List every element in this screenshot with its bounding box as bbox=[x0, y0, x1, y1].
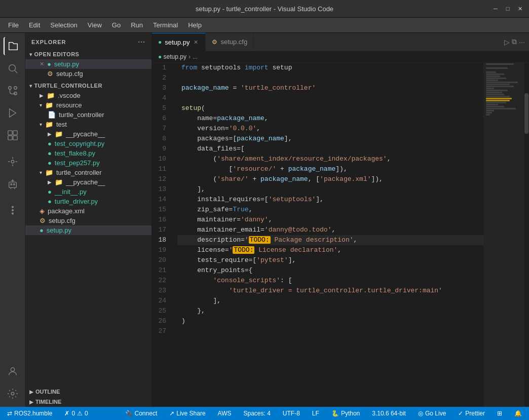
menu-file[interactable]: File bbox=[4, 19, 23, 31]
go-live-status[interactable]: ◎ Go Live bbox=[416, 410, 448, 417]
init-py-file[interactable]: ● __init__.py bbox=[25, 187, 152, 197]
svg-point-21 bbox=[11, 392, 14, 395]
menu-edit[interactable]: Edit bbox=[25, 19, 44, 31]
code-line-8: packages=[package_name], bbox=[177, 134, 483, 144]
test-folder[interactable]: ▾ 📁 test bbox=[25, 120, 152, 129]
line-num-9: 9 bbox=[152, 144, 171, 154]
open-editor-setup-py[interactable]: ✕ ● setup.py bbox=[25, 59, 152, 69]
error-warning-status[interactable]: ✗ 0 ⚠ 0 bbox=[62, 410, 90, 417]
code-content[interactable]: from setuptools import setup package_nam… bbox=[177, 63, 483, 407]
test-flake8-label: test_flake8.py bbox=[55, 149, 95, 157]
warning-icon: ⚠ bbox=[77, 410, 83, 417]
pycache-tc-icon: 📁 bbox=[55, 178, 63, 186]
tab-setup-py[interactable]: ● setup.py ✕ bbox=[152, 33, 206, 51]
run-code-icon[interactable]: ▷ bbox=[504, 38, 510, 46]
vscode-folder-arrow: ▶ bbox=[40, 93, 44, 98]
menu-terminal[interactable]: Terminal bbox=[149, 19, 182, 31]
setup-py-file[interactable]: ● setup.py bbox=[25, 225, 152, 235]
robot-activity-icon[interactable] bbox=[4, 175, 22, 193]
test-folder-icon: 📁 bbox=[45, 121, 53, 128]
close-modified-icon[interactable]: ✕ bbox=[40, 61, 44, 67]
remote-explorer-status[interactable]: ⊞ bbox=[495, 410, 504, 417]
svg-marker-6 bbox=[9, 109, 16, 118]
more-activity-icon[interactable] bbox=[4, 201, 22, 219]
turtle-driver-file[interactable]: ● turtle_driver.py bbox=[25, 197, 152, 206]
menu-selection[interactable]: Selection bbox=[46, 19, 81, 31]
ros-activity-icon[interactable] bbox=[4, 152, 22, 171]
vscode-folder[interactable]: ▶ 📁 .vscode bbox=[25, 91, 152, 100]
package-xml-file[interactable]: ◈ package.xml bbox=[25, 206, 152, 216]
line-num-21: 21 bbox=[152, 265, 171, 276]
settings-activity-icon[interactable] bbox=[4, 385, 22, 403]
vertical-scrollbar[interactable] bbox=[524, 63, 529, 407]
code-line-14: install_requires=['setuptools'], bbox=[177, 195, 483, 205]
tab-setup-py-close[interactable]: ✕ bbox=[193, 38, 199, 47]
turtle-controller-folder[interactable]: ▾ 📁 turtle_controller bbox=[25, 168, 152, 177]
menu-go[interactable]: Go bbox=[108, 19, 125, 31]
python-version-status[interactable]: 3.10.6 64-bit bbox=[370, 410, 408, 417]
close-cfg-icon[interactable]: ✕ bbox=[40, 70, 44, 77]
remote-status[interactable]: ⇄ ROS2.humble bbox=[5, 410, 54, 417]
search-activity-icon[interactable] bbox=[4, 59, 22, 78]
run-debug-activity-icon[interactable] bbox=[4, 104, 22, 122]
open-editor-setup-cfg[interactable]: ✕ ⚙ setup.cfg bbox=[25, 69, 152, 79]
notification-status[interactable]: 🔔 bbox=[512, 410, 524, 417]
resource-turtle-controller[interactable]: 📄 turtle_controller bbox=[25, 110, 152, 120]
outline-section[interactable]: ▶ OUTLINE bbox=[25, 387, 152, 397]
svg-line-1 bbox=[15, 70, 17, 73]
breadcrumb-dots[interactable]: ... bbox=[193, 53, 198, 60]
line-num-26: 26 bbox=[152, 316, 171, 326]
test-folder-arrow: ▾ bbox=[40, 122, 42, 127]
aws-label: AWS bbox=[218, 410, 232, 417]
language-status[interactable]: 🐍 Python bbox=[329, 410, 362, 417]
line-num-11: 11 bbox=[152, 164, 171, 174]
aws-status[interactable]: AWS bbox=[216, 410, 234, 417]
breadcrumb: ● setup.py › ... bbox=[152, 51, 529, 63]
open-editors-header[interactable]: ▾ OPEN EDITORS bbox=[25, 49, 152, 59]
test-pep257-file[interactable]: ● test_pep257.py bbox=[25, 158, 152, 168]
turtle-controller-header[interactable]: ▾ TURTLE_CONTROLLER bbox=[25, 81, 152, 91]
source-control-activity-icon[interactable] bbox=[4, 82, 22, 100]
line-num-3: 3 bbox=[152, 83, 171, 93]
timeline-label: TIMELINE bbox=[35, 399, 61, 405]
menu-view[interactable]: View bbox=[84, 19, 106, 31]
warning-count: 0 bbox=[85, 410, 88, 417]
split-editor-icon[interactable]: ⧉ bbox=[512, 37, 517, 46]
svg-rect-10 bbox=[13, 136, 17, 140]
pycache-folder-tc[interactable]: ▶ 📁 __pycache__ bbox=[25, 177, 152, 187]
more-tabs-icon[interactable]: ··· bbox=[519, 38, 525, 46]
scrollbar-thumb[interactable] bbox=[524, 93, 528, 134]
pycache-folder-test[interactable]: ▶ 📁 __pycache__ bbox=[25, 129, 152, 139]
sidebar: EXPLORER ··· ▾ OPEN EDITORS ✕ ● setup.py… bbox=[25, 33, 152, 407]
explorer-activity-icon[interactable] bbox=[4, 37, 22, 55]
setup-cfg-file[interactable]: ⚙ setup.cfg bbox=[25, 216, 152, 225]
breadcrumb-setup-py[interactable]: ● setup.py bbox=[158, 53, 186, 60]
live-share-status[interactable]: ↗ Live Share bbox=[167, 410, 207, 417]
account-activity-icon[interactable] bbox=[4, 362, 22, 380]
pycache-tc-label: __pycache__ bbox=[66, 178, 105, 186]
code-line-4 bbox=[177, 93, 483, 103]
menu-help[interactable]: Help bbox=[184, 19, 206, 31]
timeline-section[interactable]: ▶ TIMELINE bbox=[25, 397, 152, 407]
eol-status[interactable]: LF bbox=[310, 410, 321, 417]
line-num-12: 12 bbox=[152, 174, 171, 184]
code-line-27 bbox=[177, 326, 483, 336]
menu-run[interactable]: Run bbox=[127, 19, 147, 31]
code-line-1: from setuptools import setup bbox=[177, 63, 483, 73]
minimize-button[interactable]: ─ bbox=[492, 5, 500, 13]
code-line-25: }, bbox=[177, 306, 483, 316]
resource-folder[interactable]: ▾ 📁 resource bbox=[25, 100, 152, 110]
sidebar-more-icon[interactable]: ··· bbox=[138, 38, 145, 46]
tab-setup-cfg[interactable]: ⚙ setup.cfg bbox=[206, 33, 254, 51]
connect-status[interactable]: 🔌 Connect bbox=[123, 410, 160, 417]
prettier-status[interactable]: ✓ Prettier bbox=[456, 410, 487, 417]
line-num-24: 24 bbox=[152, 296, 171, 306]
extensions-activity-icon[interactable] bbox=[4, 126, 22, 144]
maximize-button[interactable]: □ bbox=[504, 5, 512, 13]
test-copyright-file[interactable]: ● test_copyright.py bbox=[25, 139, 152, 148]
spaces-status[interactable]: Spaces: 4 bbox=[241, 410, 272, 417]
test-flake8-file[interactable]: ● test_flake8.py bbox=[25, 148, 152, 158]
line-num-4: 4 bbox=[152, 93, 171, 103]
encoding-status[interactable]: UTF-8 bbox=[281, 410, 302, 417]
close-button[interactable]: ✕ bbox=[516, 5, 524, 13]
